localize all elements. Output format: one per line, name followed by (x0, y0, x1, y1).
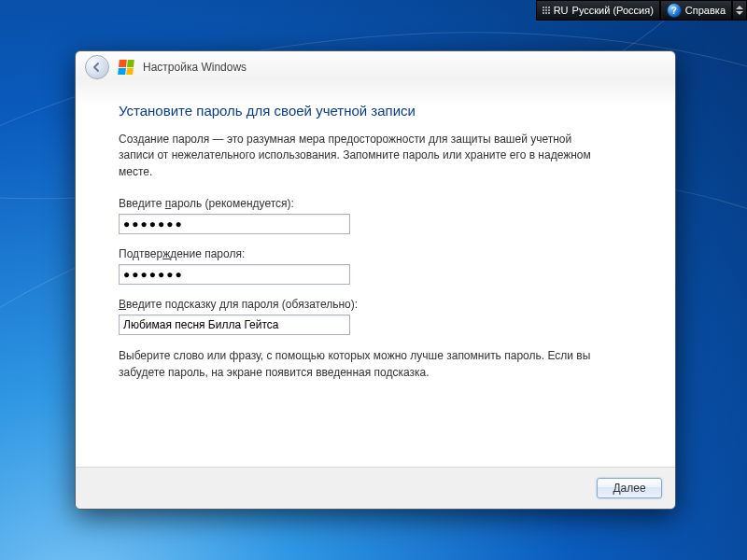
chevron-up-icon (736, 6, 743, 9)
window-body: Установите пароль для своей учетной запи… (76, 84, 675, 467)
help-label: Справка (685, 5, 726, 16)
desktop: RU Русский (Россия) ? Справка Настройка … (0, 0, 747, 560)
help-icon: ? (667, 3, 682, 18)
hint-description: Выберите слово или фразу, с помощью кото… (119, 348, 604, 381)
page-title: Установите пароль для своей учетной запи… (119, 103, 632, 119)
password-hint-input[interactable] (119, 315, 350, 335)
setup-topbar: RU Русский (Россия) ? Справка (536, 0, 747, 21)
page-description: Создание пароля — это разумная мера пред… (119, 132, 604, 180)
back-button[interactable] (85, 55, 109, 79)
confirm-password-field-group: Подтверждение пароля: (119, 247, 632, 285)
tray-expand-button[interactable] (732, 0, 747, 21)
password-label: Введите пароль (рекомендуется): (119, 197, 632, 210)
window-footer: Далее (76, 467, 675, 509)
language-selector[interactable]: RU Русский (Россия) (536, 0, 660, 21)
setup-window: Настройка Windows Установите пароль для … (75, 50, 676, 510)
password-input[interactable] (119, 214, 350, 234)
keyboard-grip-icon (543, 7, 550, 14)
window-header: Настройка Windows (76, 51, 675, 84)
language-code: RU (554, 5, 569, 16)
chevron-down-icon (736, 11, 743, 15)
help-button[interactable]: ? Справка (660, 0, 732, 21)
back-arrow-icon (91, 61, 104, 74)
next-button[interactable]: Далее (597, 478, 662, 498)
language-name: Русский (Россия) (572, 5, 654, 16)
window-title: Настройка Windows (143, 61, 247, 74)
password-field-group: Введите пароль (рекомендуется): (119, 197, 632, 234)
windows-logo-icon (118, 60, 134, 75)
password-hint-field-group: Введите подсказку для пароля (обязательн… (119, 298, 632, 335)
confirm-password-input[interactable] (119, 264, 350, 285)
password-hint-label: Введите подсказку для пароля (обязательн… (119, 298, 632, 311)
confirm-password-label: Подтверждение пароля: (119, 247, 632, 260)
